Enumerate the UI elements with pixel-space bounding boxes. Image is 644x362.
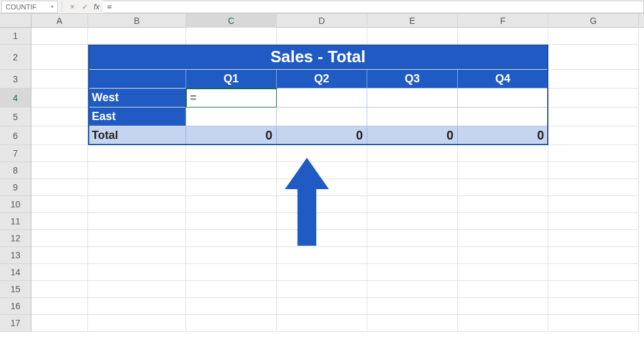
row-header-2[interactable]: 2 [0,45,31,70]
cell-d14[interactable] [277,264,367,281]
cell-g11[interactable] [548,213,639,230]
cell-e15[interactable] [367,281,458,298]
cell-c6-total[interactable]: 0 [186,126,277,145]
row-header-6[interactable]: 6 [0,126,31,145]
cell-g7[interactable] [548,145,639,162]
cell-e8[interactable] [367,162,458,179]
cell-a15[interactable] [31,281,88,298]
cell-d6-total[interactable]: 0 [277,126,367,145]
row-header-16[interactable]: 16 [0,298,31,315]
cell-a13[interactable] [31,247,88,264]
row-header-11[interactable]: 11 [0,213,31,230]
cell-b17[interactable] [88,315,186,332]
cell-b8[interactable] [88,162,186,179]
cell-a5[interactable] [31,107,88,126]
cell-b12[interactable] [88,230,186,247]
cell-g8[interactable] [548,162,639,179]
cell-f12[interactable] [458,230,548,247]
formula-input[interactable]: = [103,1,644,13]
cell-e16[interactable] [367,298,458,315]
cell-g4[interactable] [548,89,639,107]
col-header-d[interactable]: D [277,14,367,28]
cancel-icon[interactable]: × [67,2,77,12]
row-header-10[interactable]: 10 [0,196,31,213]
cell-g6[interactable] [548,126,639,145]
cell-f8[interactable] [458,162,548,179]
cell-a16[interactable] [31,298,88,315]
col-header-a[interactable]: A [31,14,88,28]
col-header-f[interactable]: F [458,14,548,28]
cell-b15[interactable] [88,281,186,298]
cell-c5[interactable] [186,107,277,126]
cell-d17[interactable] [277,315,367,332]
cell-e6-total[interactable]: 0 [367,126,458,145]
cell-f11[interactable] [458,213,548,230]
row-header-17[interactable]: 17 [0,315,31,332]
cell-d5[interactable] [277,107,367,126]
row-header-9[interactable]: 9 [0,179,31,196]
confirm-icon[interactable]: ✓ [80,2,90,12]
cell-a3[interactable] [31,70,88,89]
cell-b11[interactable] [88,213,186,230]
cell-c8[interactable] [186,162,277,179]
cell-d8[interactable] [277,162,367,179]
cell-a14[interactable] [31,264,88,281]
cell-g13[interactable] [548,247,639,264]
row-header-7[interactable]: 7 [0,145,31,162]
cell-g1[interactable] [548,28,639,45]
cell-b13[interactable] [88,247,186,264]
cell-c13[interactable] [186,247,277,264]
cell-a11[interactable] [31,213,88,230]
cell-b16[interactable] [88,298,186,315]
cell-c17[interactable] [186,315,277,332]
cell-e7[interactable] [367,145,458,162]
cell-f16[interactable] [458,298,548,315]
fx-label[interactable]: fx [94,3,99,11]
row-header-12[interactable]: 12 [0,230,31,247]
cell-d10[interactable] [277,196,367,213]
cell-g16[interactable] [548,298,639,315]
cell-f9[interactable] [458,179,548,196]
cell-e12[interactable] [367,230,458,247]
cell-e10[interactable] [367,196,458,213]
row-header-3[interactable]: 3 [0,70,31,89]
row-label-east[interactable]: East [88,107,186,126]
cell-a12[interactable] [31,230,88,247]
cell-d13[interactable] [277,247,367,264]
cell-d12[interactable] [277,230,367,247]
col-header-c[interactable]: C [186,14,277,28]
cell-a7[interactable] [31,145,88,162]
row-header-4[interactable]: 4 [0,89,31,107]
cell-d9[interactable] [277,179,367,196]
cell-f1[interactable] [458,28,548,45]
cell-e11[interactable] [367,213,458,230]
row-header-15[interactable]: 15 [0,281,31,298]
row-header-5[interactable]: 5 [0,107,31,126]
cell-g14[interactable] [548,264,639,281]
cell-a2[interactable] [31,45,88,70]
cell-b1[interactable] [88,28,186,45]
cell-g10[interactable] [548,196,639,213]
cell-e9[interactable] [367,179,458,196]
cell-c4-editing[interactable]: = [186,89,277,107]
table-header-q2[interactable]: Q2 [277,70,367,89]
cell-d11[interactable] [277,213,367,230]
cell-c12[interactable] [186,230,277,247]
row-header-1[interactable]: 1 [0,28,31,45]
cell-e5[interactable] [367,107,458,126]
cell-d15[interactable] [277,281,367,298]
cell-e14[interactable] [367,264,458,281]
cell-b9[interactable] [88,179,186,196]
cell-e13[interactable] [367,247,458,264]
cell-c7[interactable] [186,145,277,162]
cell-a4[interactable] [31,89,88,107]
cell-f15[interactable] [458,281,548,298]
cell-g9[interactable] [548,179,639,196]
cell-e1[interactable] [367,28,458,45]
cell-e17[interactable] [367,315,458,332]
cell-b10[interactable] [88,196,186,213]
cell-g12[interactable] [548,230,639,247]
table-header-q1[interactable]: Q1 [186,70,277,89]
cell-b7[interactable] [88,145,186,162]
row-label-west[interactable]: West [88,89,186,107]
